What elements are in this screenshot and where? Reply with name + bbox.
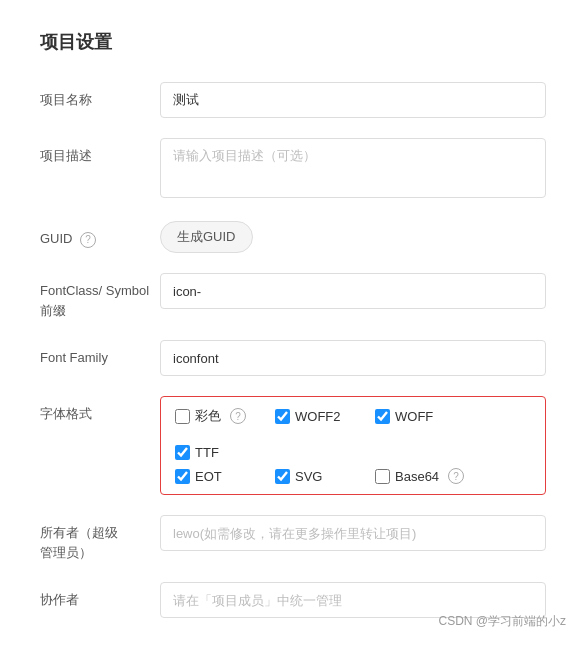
format-color-checkbox[interactable] [175,409,190,424]
font-family-row: Font Family [40,340,546,376]
button-row: 保存 取消 [40,638,546,646]
format-color-label: 彩色 [195,407,221,425]
font-class-control [160,273,546,309]
page-title: 项目设置 [40,30,546,54]
guid-control: 生成GUID [160,221,546,253]
font-family-label: Font Family [40,340,160,368]
base64-help-icon[interactable]: ? [448,468,464,484]
format-eot-checkbox[interactable] [175,469,190,484]
project-name-control [160,82,546,118]
font-format-box: 彩色 ? WOFF2 WOFF TTF [160,396,546,495]
owner-input[interactable] [160,515,546,551]
format-eot-label: EOT [195,469,222,484]
format-woff-label: WOFF [395,409,433,424]
format-woff2-checkbox[interactable] [275,409,290,424]
font-class-input[interactable] [160,273,546,309]
format-woff2-label: WOFF2 [295,409,341,424]
button-spacer [40,638,160,646]
guid-label: GUID ? [40,221,160,249]
format-eot-item[interactable]: EOT [175,469,255,484]
format-svg-checkbox[interactable] [275,469,290,484]
project-name-row: 项目名称 [40,82,546,118]
format-svg-item[interactable]: SVG [275,469,355,484]
format-ttf-item[interactable]: TTF [175,445,255,460]
project-name-input[interactable] [160,82,546,118]
collaborator-label: 协作者 [40,582,160,610]
font-format-row1: 彩色 ? WOFF2 WOFF TTF [175,407,531,460]
guid-row: GUID ? 生成GUID [40,221,546,253]
format-ttf-checkbox[interactable] [175,445,190,460]
watermark: CSDN @学习前端的小z [438,613,566,630]
project-name-label: 项目名称 [40,82,160,110]
font-format-row: 字体格式 彩色 ? WOFF2 WOFF [40,396,546,495]
format-base64-item[interactable]: Base64 ? [375,468,464,484]
color-help-icon[interactable]: ? [230,408,246,424]
guid-help-icon[interactable]: ? [80,232,96,248]
format-woff-item[interactable]: WOFF [375,409,455,424]
project-desc-control [160,138,546,201]
font-family-input[interactable] [160,340,546,376]
font-family-control [160,340,546,376]
font-class-row: FontClass/ Symbol 前缀 [40,273,546,320]
format-woff2-item[interactable]: WOFF2 [275,409,355,424]
project-desc-row: 项目描述 [40,138,546,201]
format-svg-label: SVG [295,469,322,484]
generate-guid-button[interactable]: 生成GUID [160,221,253,253]
format-woff-checkbox[interactable] [375,409,390,424]
owner-label: 所有者（超级 管理员） [40,515,160,562]
owner-control [160,515,546,551]
font-class-label: FontClass/ Symbol 前缀 [40,273,160,320]
project-desc-label: 项目描述 [40,138,160,166]
format-base64-checkbox[interactable] [375,469,390,484]
format-ttf-label: TTF [195,445,219,460]
font-format-control: 彩色 ? WOFF2 WOFF TTF [160,396,546,495]
format-color-item[interactable]: 彩色 ? [175,407,255,425]
font-format-label: 字体格式 [40,396,160,424]
project-desc-input[interactable] [160,138,546,198]
format-base64-label: Base64 [395,469,439,484]
owner-row: 所有者（超级 管理员） [40,515,546,562]
font-format-row2: EOT SVG Base64 ? [175,468,531,484]
